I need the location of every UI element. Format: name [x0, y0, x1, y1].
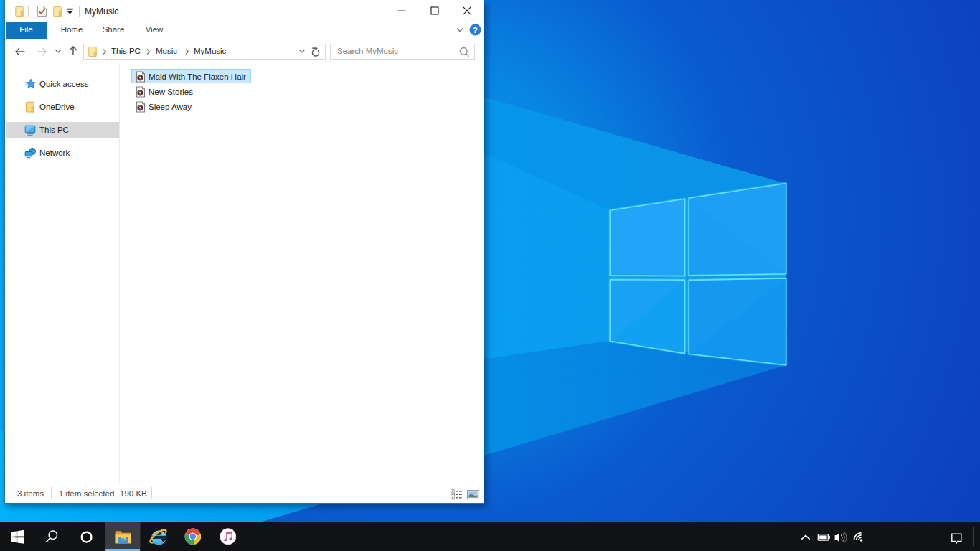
svg-text:?: ? [473, 26, 478, 34]
